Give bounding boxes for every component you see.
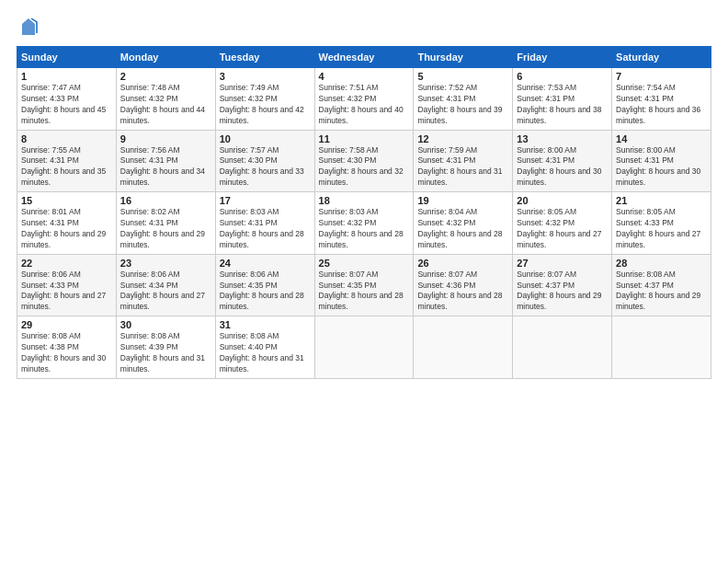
calendar-cell: 9 Sunrise: 7:56 AM Sunset: 4:31 PM Dayli… xyxy=(116,130,215,192)
day-info: Sunrise: 7:52 AM Sunset: 4:31 PM Dayligh… xyxy=(417,83,508,127)
day-number: 31 xyxy=(220,319,311,330)
calendar-cell: 6 Sunrise: 7:53 AM Sunset: 4:31 PM Dayli… xyxy=(513,68,612,131)
day-info: Sunrise: 7:56 AM Sunset: 4:31 PM Dayligh… xyxy=(120,145,211,190)
day-info: Sunrise: 7:55 AM Sunset: 4:31 PM Dayligh… xyxy=(21,145,112,190)
weekday-header-wednesday: Wednesday xyxy=(314,47,414,68)
calendar-cell: 30 Sunrise: 8:08 AM Sunset: 4:39 PM Dayl… xyxy=(116,316,215,379)
calendar-cell: 27 Sunrise: 8:07 AM Sunset: 4:37 PM Dayl… xyxy=(513,254,612,316)
header xyxy=(17,17,711,37)
day-number: 8 xyxy=(21,133,112,144)
calendar-cell: 5 Sunrise: 7:52 AM Sunset: 4:31 PM Dayli… xyxy=(414,68,513,131)
day-number: 9 xyxy=(120,133,211,144)
calendar-week-row: 15 Sunrise: 8:01 AM Sunset: 4:31 PM Dayl… xyxy=(17,192,711,255)
calendar-cell: 20 Sunrise: 8:05 AM Sunset: 4:32 PM Dayl… xyxy=(513,192,612,255)
day-info: Sunrise: 8:07 AM Sunset: 4:35 PM Dayligh… xyxy=(319,270,410,314)
day-info: Sunrise: 8:08 AM Sunset: 4:37 PM Dayligh… xyxy=(616,270,707,314)
weekday-header-monday: Monday xyxy=(116,47,215,68)
day-info: Sunrise: 8:02 AM Sunset: 4:31 PM Dayligh… xyxy=(120,207,211,251)
day-number: 10 xyxy=(220,133,311,144)
calendar-cell: 28 Sunrise: 8:08 AM Sunset: 4:37 PM Dayl… xyxy=(612,254,711,316)
calendar-week-row: 1 Sunrise: 7:47 AM Sunset: 4:33 PM Dayli… xyxy=(17,68,711,131)
calendar-cell: 8 Sunrise: 7:55 AM Sunset: 4:31 PM Dayli… xyxy=(17,130,117,192)
day-number: 25 xyxy=(319,258,410,269)
weekday-header-thursday: Thursday xyxy=(414,47,513,68)
weekday-header-saturday: Saturday xyxy=(612,47,711,68)
day-number: 23 xyxy=(120,258,211,269)
calendar-cell: 4 Sunrise: 7:51 AM Sunset: 4:32 PM Dayli… xyxy=(314,68,414,131)
day-info: Sunrise: 7:47 AM Sunset: 4:33 PM Dayligh… xyxy=(21,83,112,127)
calendar-cell: 1 Sunrise: 7:47 AM Sunset: 4:33 PM Dayli… xyxy=(17,68,117,131)
calendar-cell: 3 Sunrise: 7:49 AM Sunset: 4:32 PM Dayli… xyxy=(215,68,314,131)
calendar-cell: 21 Sunrise: 8:05 AM Sunset: 4:33 PM Dayl… xyxy=(612,192,711,255)
day-info: Sunrise: 8:07 AM Sunset: 4:36 PM Dayligh… xyxy=(417,270,508,314)
day-number: 29 xyxy=(21,319,112,330)
calendar-cell: 17 Sunrise: 8:03 AM Sunset: 4:31 PM Dayl… xyxy=(215,192,314,255)
calendar-week-row: 22 Sunrise: 8:06 AM Sunset: 4:33 PM Dayl… xyxy=(17,254,711,316)
day-info: Sunrise: 7:48 AM Sunset: 4:32 PM Dayligh… xyxy=(120,83,211,127)
day-info: Sunrise: 7:59 AM Sunset: 4:31 PM Dayligh… xyxy=(417,145,508,190)
page: SundayMondayTuesdayWednesdayThursdayFrid… xyxy=(0,0,728,563)
calendar-cell: 10 Sunrise: 7:57 AM Sunset: 4:30 PM Dayl… xyxy=(215,130,314,192)
calendar-cell xyxy=(314,316,414,379)
day-info: Sunrise: 7:58 AM Sunset: 4:30 PM Dayligh… xyxy=(319,145,410,190)
calendar-cell: 26 Sunrise: 8:07 AM Sunset: 4:36 PM Dayl… xyxy=(414,254,513,316)
calendar-cell: 14 Sunrise: 8:00 AM Sunset: 4:31 PM Dayl… xyxy=(612,130,711,192)
calendar-cell: 24 Sunrise: 8:06 AM Sunset: 4:35 PM Dayl… xyxy=(215,254,314,316)
day-number: 28 xyxy=(616,258,707,269)
day-info: Sunrise: 8:05 AM Sunset: 4:33 PM Dayligh… xyxy=(616,207,707,251)
calendar-cell: 12 Sunrise: 7:59 AM Sunset: 4:31 PM Dayl… xyxy=(414,130,513,192)
calendar-cell: 23 Sunrise: 8:06 AM Sunset: 4:34 PM Dayl… xyxy=(116,254,215,316)
day-info: Sunrise: 8:06 AM Sunset: 4:33 PM Dayligh… xyxy=(21,270,112,314)
calendar-week-row: 29 Sunrise: 8:08 AM Sunset: 4:38 PM Dayl… xyxy=(17,316,711,379)
day-number: 18 xyxy=(319,195,410,206)
calendar-header-row: SundayMondayTuesdayWednesdayThursdayFrid… xyxy=(17,47,711,68)
calendar-cell xyxy=(612,316,711,379)
day-number: 26 xyxy=(417,258,508,269)
day-number: 17 xyxy=(220,195,311,206)
calendar-table: SundayMondayTuesdayWednesdayThursdayFrid… xyxy=(17,46,711,379)
logo xyxy=(17,17,39,37)
calendar-cell: 11 Sunrise: 7:58 AM Sunset: 4:30 PM Dayl… xyxy=(314,130,414,192)
day-info: Sunrise: 7:51 AM Sunset: 4:32 PM Dayligh… xyxy=(319,83,410,127)
day-number: 6 xyxy=(517,71,608,82)
day-number: 13 xyxy=(517,133,608,144)
day-number: 19 xyxy=(417,195,508,206)
day-number: 24 xyxy=(220,258,311,269)
day-info: Sunrise: 8:01 AM Sunset: 4:31 PM Dayligh… xyxy=(21,207,112,251)
day-info: Sunrise: 8:07 AM Sunset: 4:37 PM Dayligh… xyxy=(517,270,608,314)
day-number: 15 xyxy=(21,195,112,206)
day-number: 27 xyxy=(517,258,608,269)
day-number: 4 xyxy=(319,71,410,82)
day-number: 20 xyxy=(517,195,608,206)
day-info: Sunrise: 7:57 AM Sunset: 4:30 PM Dayligh… xyxy=(220,145,311,190)
day-info: Sunrise: 8:08 AM Sunset: 4:40 PM Dayligh… xyxy=(220,331,311,375)
calendar-cell: 2 Sunrise: 7:48 AM Sunset: 4:32 PM Dayli… xyxy=(116,68,215,131)
calendar-cell: 29 Sunrise: 8:08 AM Sunset: 4:38 PM Dayl… xyxy=(17,316,117,379)
day-info: Sunrise: 7:53 AM Sunset: 4:31 PM Dayligh… xyxy=(517,83,608,127)
day-number: 16 xyxy=(120,195,211,206)
day-number: 22 xyxy=(21,258,112,269)
calendar-cell xyxy=(513,316,612,379)
calendar-cell: 15 Sunrise: 8:01 AM Sunset: 4:31 PM Dayl… xyxy=(17,192,117,255)
calendar-cell: 13 Sunrise: 8:00 AM Sunset: 4:31 PM Dayl… xyxy=(513,130,612,192)
day-info: Sunrise: 8:00 AM Sunset: 4:31 PM Dayligh… xyxy=(616,145,707,190)
day-number: 5 xyxy=(417,71,508,82)
day-number: 14 xyxy=(616,133,707,144)
weekday-header-friday: Friday xyxy=(513,47,612,68)
calendar-cell: 7 Sunrise: 7:54 AM Sunset: 4:31 PM Dayli… xyxy=(612,68,711,131)
day-number: 2 xyxy=(120,71,211,82)
calendar-cell xyxy=(414,316,513,379)
day-number: 21 xyxy=(616,195,707,206)
calendar-cell: 31 Sunrise: 8:08 AM Sunset: 4:40 PM Dayl… xyxy=(215,316,314,379)
day-info: Sunrise: 7:49 AM Sunset: 4:32 PM Dayligh… xyxy=(220,83,311,127)
day-info: Sunrise: 8:06 AM Sunset: 4:34 PM Dayligh… xyxy=(120,270,211,314)
day-info: Sunrise: 7:54 AM Sunset: 4:31 PM Dayligh… xyxy=(616,83,707,127)
day-number: 1 xyxy=(21,71,112,82)
day-number: 7 xyxy=(616,71,707,82)
day-info: Sunrise: 8:06 AM Sunset: 4:35 PM Dayligh… xyxy=(220,270,311,314)
weekday-header-tuesday: Tuesday xyxy=(215,47,314,68)
day-info: Sunrise: 8:05 AM Sunset: 4:32 PM Dayligh… xyxy=(517,207,608,251)
calendar-week-row: 8 Sunrise: 7:55 AM Sunset: 4:31 PM Dayli… xyxy=(17,130,711,192)
calendar-cell: 18 Sunrise: 8:03 AM Sunset: 4:32 PM Dayl… xyxy=(314,192,414,255)
calendar-cell: 22 Sunrise: 8:06 AM Sunset: 4:33 PM Dayl… xyxy=(17,254,117,316)
